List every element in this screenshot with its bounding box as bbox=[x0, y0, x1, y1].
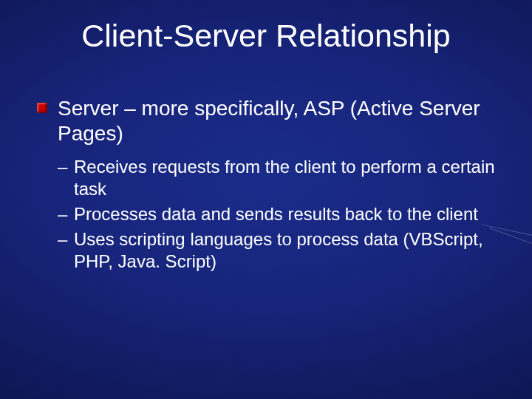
level2-text: Processes data and sends results back to… bbox=[74, 204, 478, 224]
dash-icon: – bbox=[58, 203, 67, 225]
level2-text: Uses scripting languages to process data… bbox=[74, 229, 483, 271]
level2-text: Receives requests from the client to per… bbox=[74, 157, 495, 199]
slide-content: Server – more specifically, ASP (Active … bbox=[37, 96, 502, 276]
bullet-level2: – Processes data and sends results back … bbox=[58, 203, 502, 225]
bullet-level2: – Receives requests from the client to p… bbox=[58, 156, 502, 200]
dash-icon: – bbox=[58, 228, 67, 250]
dash-icon: – bbox=[58, 156, 67, 178]
bullet-level2: – Uses scripting languages to process da… bbox=[58, 228, 502, 273]
square-bullet-icon bbox=[37, 103, 47, 113]
bullet-level1: Server – more specifically, ASP (Active … bbox=[37, 96, 502, 146]
slide-title: Client-Server Relationship bbox=[0, 18, 532, 54]
slide: Client-Server Relationship Server – more… bbox=[0, 0, 532, 399]
level1-text: Server – more specifically, ASP (Active … bbox=[58, 97, 480, 145]
